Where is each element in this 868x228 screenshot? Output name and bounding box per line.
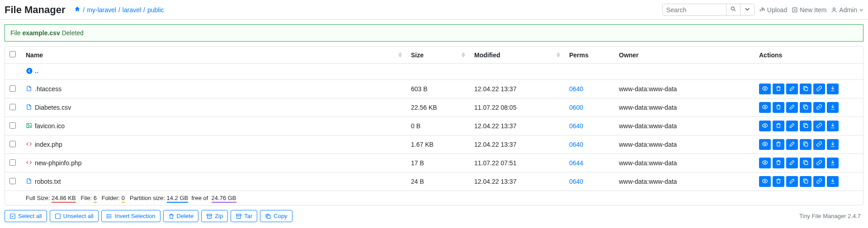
home-icon[interactable] xyxy=(74,6,80,14)
download-button[interactable] xyxy=(827,84,839,94)
app-brand: File Manager xyxy=(5,4,65,16)
link-button[interactable] xyxy=(813,139,825,150)
unselect-all-button[interactable]: Unselect all xyxy=(50,210,99,222)
copy-button[interactable] xyxy=(800,102,811,113)
rename-button[interactable] xyxy=(786,158,798,168)
link-button[interactable] xyxy=(813,84,825,94)
copy-button[interactable] xyxy=(800,121,811,131)
preview-button[interactable] xyxy=(759,139,771,150)
file-perms[interactable]: 0640 xyxy=(569,85,583,93)
link-button[interactable] xyxy=(813,176,825,187)
download-button[interactable] xyxy=(827,139,839,150)
rename-button[interactable] xyxy=(786,176,798,187)
delete-icon xyxy=(775,104,782,112)
row-checkbox[interactable] xyxy=(9,159,16,166)
row-checkbox[interactable] xyxy=(9,85,16,92)
preview-button[interactable] xyxy=(759,158,771,168)
download-button[interactable] xyxy=(827,158,839,168)
file-perms[interactable]: 0640 xyxy=(569,122,583,130)
zip-button[interactable]: Zip xyxy=(201,210,228,222)
column-name[interactable]: Name xyxy=(21,47,406,64)
preview-button[interactable] xyxy=(759,102,771,113)
svg-point-2 xyxy=(833,8,835,10)
column-modified[interactable]: Modified xyxy=(470,47,565,64)
summary-partition-used: 14.2 GB xyxy=(167,195,189,203)
delete-button[interactable] xyxy=(773,176,784,187)
user-icon xyxy=(831,7,837,13)
delete-button[interactable] xyxy=(773,158,784,168)
select-all-button[interactable]: Select all xyxy=(5,210,47,222)
new-item-link[interactable]: New Item xyxy=(792,6,826,14)
download-button[interactable] xyxy=(827,102,839,113)
download-button[interactable] xyxy=(827,176,839,187)
breadcrumb-segment[interactable]: laravel xyxy=(123,6,141,14)
file-link[interactable]: .htaccess xyxy=(26,85,61,93)
delete-button[interactable] xyxy=(773,139,784,150)
file-link[interactable]: new-phpinfo.php xyxy=(26,159,82,167)
file-link[interactable]: Diabetes.csv xyxy=(26,104,71,112)
chevron-down-icon xyxy=(744,6,750,12)
file-perms[interactable]: 0640 xyxy=(569,178,583,185)
file-size: 603 B xyxy=(411,85,428,93)
svg-rect-17 xyxy=(805,180,808,183)
admin-menu[interactable]: Admin xyxy=(831,6,863,14)
preview-icon xyxy=(762,122,768,130)
delete-button[interactable] xyxy=(773,102,784,113)
copy-button[interactable] xyxy=(800,139,811,150)
svg-point-0 xyxy=(731,7,734,10)
breadcrumb-segment[interactable]: my-laravel xyxy=(87,6,116,14)
row-checkbox[interactable] xyxy=(9,178,16,184)
delete-icon xyxy=(775,122,782,130)
row-checkbox[interactable] xyxy=(9,141,16,147)
file-perms[interactable]: 0644 xyxy=(569,159,583,167)
preview-icon xyxy=(762,141,768,149)
file-link[interactable]: favicon.ico xyxy=(26,122,65,130)
file-owner: www-data:www-data xyxy=(619,122,677,130)
search-input[interactable] xyxy=(663,4,726,15)
link-button[interactable] xyxy=(813,158,825,168)
rename-button[interactable] xyxy=(786,139,798,150)
copy-button[interactable]: Copy xyxy=(260,210,292,222)
upload-link[interactable]: Upload xyxy=(759,6,787,14)
link-button[interactable] xyxy=(813,121,825,131)
rename-icon xyxy=(789,178,795,186)
file-owner: www-data:www-data xyxy=(619,159,677,167)
alert-success: File example.csv Deleted xyxy=(5,24,863,42)
delete-button[interactable] xyxy=(773,121,784,131)
file-link[interactable]: robots.txt xyxy=(26,178,61,186)
summary-partition-total: 24.76 GB xyxy=(212,195,236,203)
invert-selection-button[interactable]: Invert Selection xyxy=(101,210,160,222)
delete-button[interactable]: Delete xyxy=(163,210,199,222)
rename-button[interactable] xyxy=(786,102,798,113)
row-checkbox[interactable] xyxy=(9,122,16,129)
parent-dir-link[interactable]: .. xyxy=(26,67,38,74)
link-icon xyxy=(816,159,822,167)
download-button[interactable] xyxy=(827,121,839,131)
check-square-icon xyxy=(9,213,16,219)
delete-button[interactable] xyxy=(773,84,784,94)
column-size[interactable]: Size xyxy=(406,47,470,64)
copy-button[interactable] xyxy=(800,176,811,187)
search-button[interactable] xyxy=(726,4,740,15)
search-dropdown-button[interactable] xyxy=(740,4,754,15)
file-perms[interactable]: 0640 xyxy=(569,141,583,148)
breadcrumb-segment[interactable]: public xyxy=(147,6,164,14)
file-link[interactable]: index.php xyxy=(26,141,62,149)
sort-icon xyxy=(462,52,465,57)
rename-button[interactable] xyxy=(786,84,798,94)
row-checkbox[interactable] xyxy=(9,104,16,110)
svg-rect-26 xyxy=(207,214,212,215)
preview-button[interactable] xyxy=(759,121,771,131)
select-all-checkbox[interactable] xyxy=(9,51,16,57)
download-icon xyxy=(830,141,836,149)
file-owner: www-data:www-data xyxy=(619,141,677,148)
alert-filename: example.csv xyxy=(22,29,60,37)
tar-button[interactable]: Tar xyxy=(231,210,257,222)
copy-button[interactable] xyxy=(800,84,811,94)
rename-button[interactable] xyxy=(786,121,798,131)
link-button[interactable] xyxy=(813,102,825,113)
preview-button[interactable] xyxy=(759,176,771,187)
copy-button[interactable] xyxy=(800,158,811,168)
preview-button[interactable] xyxy=(759,84,771,94)
file-perms[interactable]: 0600 xyxy=(569,104,583,111)
